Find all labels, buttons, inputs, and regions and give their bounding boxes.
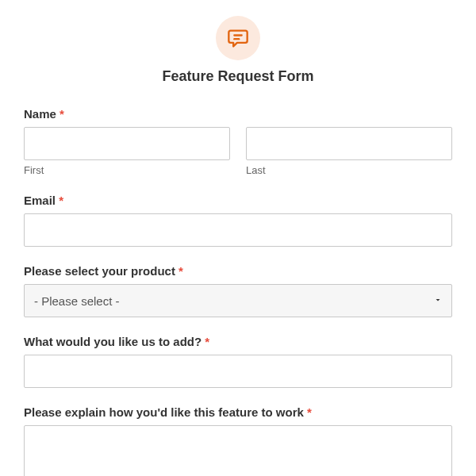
feature-explain-label: Please explain how you'd like this featu… — [24, 405, 452, 419]
product-select-value: - Please select - — [34, 294, 120, 308]
product-label-text: Please select your product — [24, 264, 175, 278]
feature-add-input[interactable] — [24, 355, 452, 388]
first-name-col: First — [24, 127, 230, 176]
product-field-group: Please select your product * - Please se… — [24, 264, 452, 317]
required-asterisk: * — [59, 194, 63, 207]
name-field-group: Name * First Last — [24, 107, 452, 176]
feature-add-field-group: What would you like us to add? * — [24, 335, 452, 388]
last-name-input[interactable] — [246, 127, 452, 160]
feature-explain-label-text: Please explain how you'd like this featu… — [24, 405, 304, 419]
email-input[interactable] — [24, 213, 452, 247]
icon-wrap — [24, 16, 452, 60]
required-asterisk: * — [60, 107, 64, 121]
name-label-text: Name — [24, 107, 56, 121]
product-select-wrap: - Please select - — [24, 284, 452, 317]
email-field-group: Email * — [24, 194, 452, 247]
feature-add-label: What would you like us to add? * — [24, 335, 452, 348]
speech-bubble-icon — [216, 16, 260, 60]
required-asterisk: * — [178, 264, 183, 278]
product-select[interactable]: - Please select - — [24, 284, 452, 317]
required-asterisk: * — [307, 405, 312, 419]
email-label: Email * — [24, 194, 452, 207]
required-asterisk: * — [205, 335, 209, 348]
name-label: Name * — [24, 107, 452, 121]
feature-explain-field-group: Please explain how you'd like this featu… — [24, 405, 452, 476]
name-row: First Last — [24, 127, 452, 176]
last-name-col: Last — [246, 127, 452, 176]
first-name-sublabel: First — [24, 164, 230, 176]
email-label-text: Email — [24, 194, 56, 207]
feature-explain-textarea[interactable] — [24, 425, 452, 476]
product-label: Please select your product * — [24, 264, 452, 278]
feature-add-label-text: What would you like us to add? — [24, 335, 202, 348]
form-title: Feature Request Form — [24, 68, 452, 85]
last-name-sublabel: Last — [246, 164, 452, 176]
form-container: Feature Request Form Name * First Last E… — [0, 0, 476, 476]
first-name-input[interactable] — [24, 127, 230, 160]
